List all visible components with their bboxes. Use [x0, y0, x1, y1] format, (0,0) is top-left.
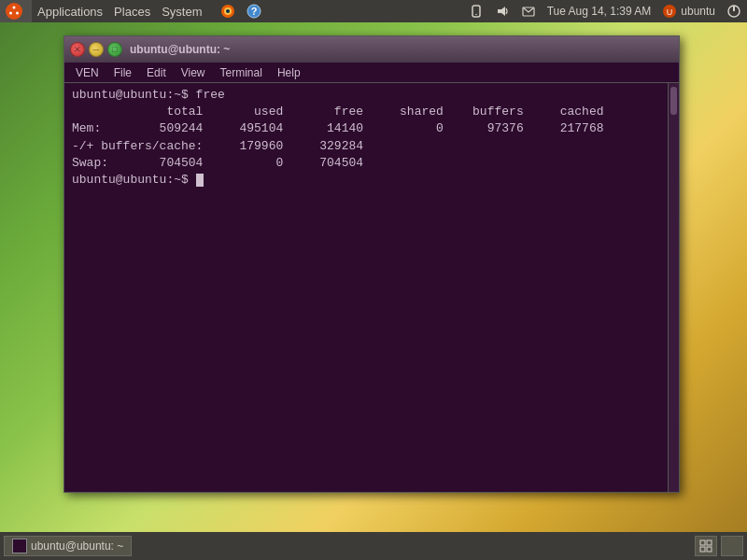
datetime-text: Tue Aug 14, 1:39 AM	[547, 5, 652, 18]
help-icon[interactable]: ?	[241, 0, 267, 22]
taskbar-terminal-icon	[12, 539, 27, 553]
taskbar-terminal-label: ubuntu@ubuntu: ~	[31, 539, 123, 553]
svg-rect-17	[700, 540, 705, 545]
mail-icon[interactable]	[515, 0, 542, 22]
network-icon[interactable]	[463, 0, 489, 22]
maximize-button[interactable]: □	[107, 42, 122, 57]
minimize-button[interactable]: ─	[89, 42, 104, 57]
system-label: System	[162, 5, 202, 19]
menu-edit[interactable]: Edit	[139, 64, 174, 81]
places-menu[interactable]: Places	[108, 0, 156, 22]
menu-view[interactable]: View	[174, 64, 213, 81]
terminal-window: ✕ ─ □ ubuntu@ubuntu: ~ VEN File Edit Vie…	[63, 35, 680, 493]
panel-right: Tue Aug 14, 1:39 AM U ubuntu	[463, 0, 747, 22]
close-button[interactable]: ✕	[70, 42, 85, 57]
svg-text:U: U	[667, 7, 673, 17]
ubuntu-logo-icon	[6, 3, 22, 20]
top-panel: Applications Places System ?	[0, 0, 747, 22]
menu-terminal[interactable]: Terminal	[213, 64, 270, 81]
show-desktop-btn2[interactable]	[721, 536, 743, 556]
show-desktop-btn1[interactable]	[695, 536, 717, 556]
username-text: ubuntu	[681, 5, 715, 18]
power-icon[interactable]	[721, 0, 747, 22]
scrollbar[interactable]	[668, 83, 679, 492]
menu-bar: VEN File Edit View Terminal Help	[64, 63, 679, 83]
terminal-output: ubuntu@ubuntu:~$ free total used free sh…	[72, 87, 671, 189]
applications-label: Applications	[37, 5, 103, 19]
terminal-content[interactable]: ubuntu@ubuntu:~$ free total used free sh…	[64, 83, 679, 492]
svg-point-3	[9, 12, 12, 15]
svg-rect-18	[707, 540, 712, 545]
svg-rect-19	[700, 547, 705, 552]
svg-point-1	[13, 7, 16, 9]
window-title: ubuntu@ubuntu: ~	[130, 43, 230, 56]
menu-file[interactable]: File	[106, 64, 139, 81]
svg-text:?: ?	[251, 6, 258, 17]
taskbar-terminal[interactable]: ubuntu@ubuntu: ~	[4, 536, 132, 556]
applications-menu[interactable]: Applications	[32, 0, 108, 22]
svg-point-6	[226, 9, 230, 13]
menu-help[interactable]: Help	[270, 64, 308, 81]
svg-marker-11	[498, 7, 505, 16]
desktop: Applications Places System ?	[0, 0, 747, 560]
user-icon[interactable]: U ubuntu	[656, 0, 721, 22]
scrollbar-thumb[interactable]	[670, 87, 677, 115]
terminal-cursor	[196, 174, 204, 187]
firefox-icon[interactable]	[215, 0, 241, 22]
ubuntu-logo-applet[interactable]	[0, 0, 32, 22]
volume-icon[interactable]	[489, 0, 515, 22]
panel-left: Applications Places System ?	[0, 0, 463, 22]
menu-ven[interactable]: VEN	[68, 64, 106, 81]
show-desktop-area	[695, 536, 743, 556]
bottom-panel: ubuntu@ubuntu: ~	[0, 532, 747, 560]
title-bar: ✕ ─ □ ubuntu@ubuntu: ~	[64, 36, 679, 63]
datetime-display[interactable]: Tue Aug 14, 1:39 AM	[542, 0, 657, 22]
system-menu[interactable]: System	[156, 0, 207, 22]
svg-point-2	[16, 12, 19, 15]
svg-rect-20	[707, 547, 712, 552]
places-label: Places	[114, 5, 150, 19]
window-buttons: ✕ ─ □	[70, 42, 122, 57]
svg-rect-9	[472, 6, 480, 17]
